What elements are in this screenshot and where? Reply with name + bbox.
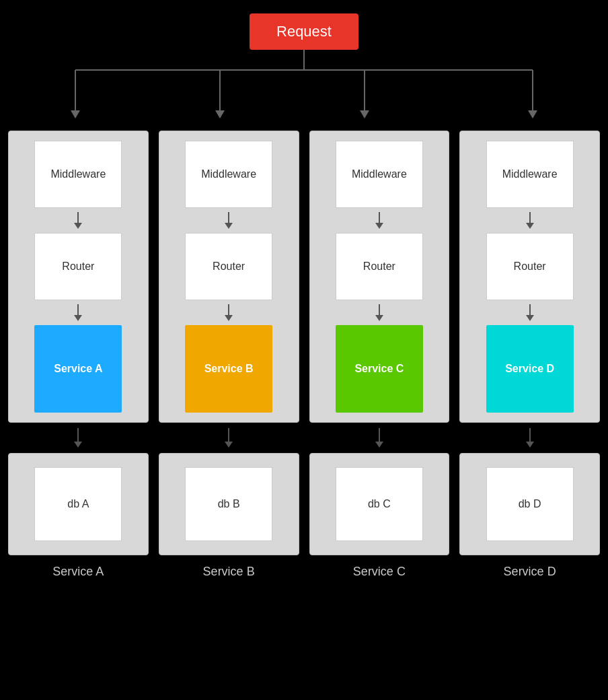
- middleware-label-c: Middleware: [352, 168, 407, 180]
- service-col-a: Middleware Router Service A: [8, 131, 149, 579]
- middleware-box-b: Middleware: [185, 141, 272, 208]
- service-col-d: Middleware Router Service D: [459, 131, 600, 579]
- bottom-label-d: Service D: [504, 565, 556, 579]
- arrow-router-svc-b: [225, 300, 233, 325]
- arrow-head: [375, 315, 383, 321]
- arrow-head: [225, 442, 233, 448]
- main-panel-a: Middleware Router Service A: [8, 131, 149, 423]
- db-box-b: db B: [185, 467, 272, 541]
- db-box-d: db D: [486, 467, 574, 541]
- arrow-mw-router-a: [74, 208, 82, 233]
- arrow-line: [529, 304, 531, 315]
- db-box-a: db A: [34, 467, 122, 541]
- arrow-line: [228, 212, 229, 223]
- db-label-d: db D: [519, 498, 541, 510]
- arrow-head: [74, 223, 82, 229]
- arrow-router-svc-c: [375, 300, 383, 325]
- arrow-line: [379, 212, 380, 223]
- bottom-label-a: Service A: [52, 565, 104, 579]
- service-colored-box-d: Service D: [486, 325, 574, 413]
- arrow-line: [529, 428, 531, 442]
- middleware-label-d: Middleware: [502, 168, 558, 180]
- arrow-svc-db-b: [225, 423, 233, 453]
- arrow-mw-router-d: [526, 208, 534, 233]
- svg-marker-7: [360, 110, 369, 118]
- bottom-label-c: Service C: [353, 565, 406, 579]
- connector: [8, 50, 600, 131]
- service-colored-label-d: Service D: [505, 363, 554, 375]
- svg-marker-9: [528, 110, 537, 118]
- arrow-line: [379, 304, 380, 315]
- db-box-c: db C: [336, 467, 423, 541]
- request-label: Request: [276, 23, 332, 40]
- middleware-box-c: Middleware: [336, 141, 423, 208]
- arrow-line: [228, 428, 229, 442]
- db-panel-c: db C: [309, 453, 450, 555]
- service-colored-box-c: Service C: [336, 325, 423, 413]
- arrow-head: [74, 442, 82, 448]
- middleware-label-b: Middleware: [201, 168, 256, 180]
- main-panel-c: Middleware Router Service C: [309, 131, 450, 423]
- db-panel-b: db B: [159, 453, 299, 555]
- router-box-c: Router: [336, 233, 423, 300]
- db-label-c: db C: [368, 498, 391, 510]
- services-row: Middleware Router Service A: [8, 131, 600, 579]
- arrow-line: [228, 304, 229, 315]
- db-panel-a: db A: [8, 453, 149, 555]
- arrow-line: [77, 428, 79, 442]
- service-colored-label-b: Service B: [204, 363, 254, 375]
- arrow-head: [74, 315, 82, 321]
- request-box: Request: [250, 13, 358, 50]
- arrow-svc-db-c: [375, 423, 383, 453]
- router-label-d: Router: [514, 260, 546, 273]
- arrow-head: [526, 223, 534, 229]
- service-col-b: Middleware Router Service B: [159, 131, 299, 579]
- middleware-box-a: Middleware: [34, 141, 122, 208]
- arrow-head: [225, 223, 233, 229]
- router-label-a: Router: [62, 260, 94, 273]
- arrow-mw-router-b: [225, 208, 233, 233]
- arrow-line: [77, 212, 79, 223]
- svg-marker-5: [215, 110, 225, 118]
- service-colored-box-a: Service A: [34, 325, 122, 413]
- service-colored-box-b: Service B: [185, 325, 272, 413]
- arrow-head: [375, 442, 383, 448]
- router-box-d: Router: [486, 233, 574, 300]
- arrow-svc-db-a: [74, 423, 82, 453]
- service-colored-label-a: Service A: [54, 363, 102, 375]
- router-box-a: Router: [34, 233, 122, 300]
- router-label-c: Router: [363, 260, 395, 273]
- router-box-b: Router: [185, 233, 272, 300]
- service-col-c: Middleware Router Service C: [309, 131, 450, 579]
- db-label-b: db B: [218, 498, 240, 510]
- bottom-label-b: Service B: [203, 565, 255, 579]
- arrow-line: [379, 428, 380, 442]
- arrow-mw-router-c: [375, 208, 383, 233]
- arrow-router-svc-a: [74, 300, 82, 325]
- main-panel-d: Middleware Router Service D: [459, 131, 600, 423]
- arrow-line: [529, 212, 531, 223]
- router-label-b: Router: [213, 260, 245, 273]
- db-label-a: db A: [67, 498, 89, 510]
- arrow-router-svc-d: [526, 300, 534, 325]
- middleware-label-a: Middleware: [50, 168, 106, 180]
- service-colored-label-c: Service C: [354, 363, 404, 375]
- arrow-head: [375, 223, 383, 229]
- arrow-head: [225, 315, 233, 321]
- svg-marker-3: [71, 110, 80, 118]
- arrow-line: [77, 304, 79, 315]
- arrow-svc-db-d: [526, 423, 534, 453]
- arrow-head: [526, 442, 534, 448]
- arrow-head: [526, 315, 534, 321]
- db-panel-d: db D: [459, 453, 600, 555]
- middleware-box-d: Middleware: [486, 141, 574, 208]
- main-panel-b: Middleware Router Service B: [159, 131, 299, 423]
